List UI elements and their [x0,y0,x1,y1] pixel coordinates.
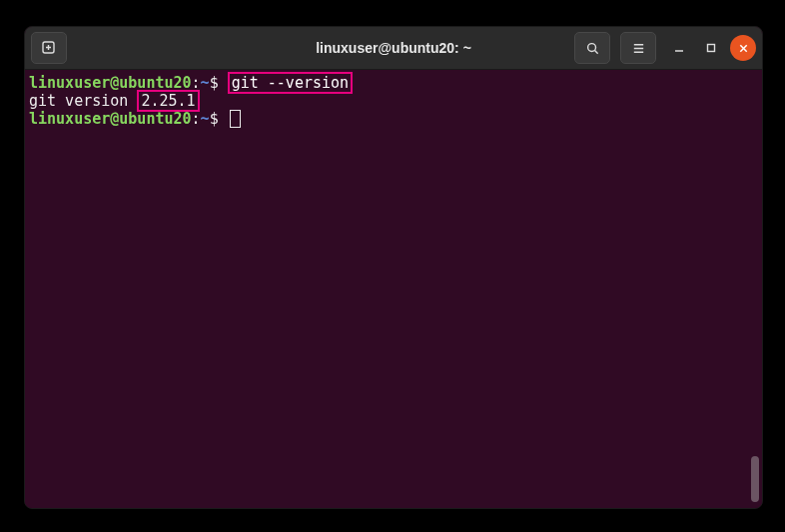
svg-point-3 [587,43,595,51]
cursor [230,110,241,128]
prompt-user-host: linuxuser@ubuntu20 [29,110,192,128]
prompt-path: ~ [201,74,210,92]
close-icon [738,43,749,54]
prompt-separator: : [192,110,201,128]
highlighted-command: git --version [228,72,353,94]
output-prefix: git version [29,92,137,110]
titlebar: linuxuser@ubuntu20: ~ [25,27,762,70]
command-text: git --version [232,74,349,92]
svg-rect-9 [708,45,715,52]
maximize-button[interactable] [698,35,724,61]
scrollbar-thumb[interactable] [751,456,759,502]
hamburger-icon [631,41,646,56]
maximize-icon [705,42,717,54]
prompt-symbol: $ [210,74,219,92]
terminal-window: linuxuser@ubuntu20: ~ [24,26,763,509]
new-tab-button[interactable] [31,32,67,64]
menu-button[interactable] [620,32,656,64]
new-tab-icon [41,40,57,56]
search-button[interactable] [574,32,610,64]
svg-line-4 [594,50,597,53]
titlebar-right [574,32,756,64]
search-icon [585,41,600,56]
close-button[interactable] [730,35,756,61]
minimize-icon [673,42,685,54]
minimize-button[interactable] [666,35,692,61]
terminal-body[interactable]: linuxuser@ubuntu20:~$ git --version git … [25,70,762,508]
prompt-symbol: $ [210,110,219,128]
prompt-path: ~ [201,110,210,128]
version-number: 2.25.1 [141,92,195,110]
titlebar-left [31,32,71,64]
terminal-line-3: linuxuser@ubuntu20:~$ [29,110,758,128]
terminal-line-2: git version 2.25.1 [29,92,758,110]
highlighted-version: 2.25.1 [137,90,199,112]
